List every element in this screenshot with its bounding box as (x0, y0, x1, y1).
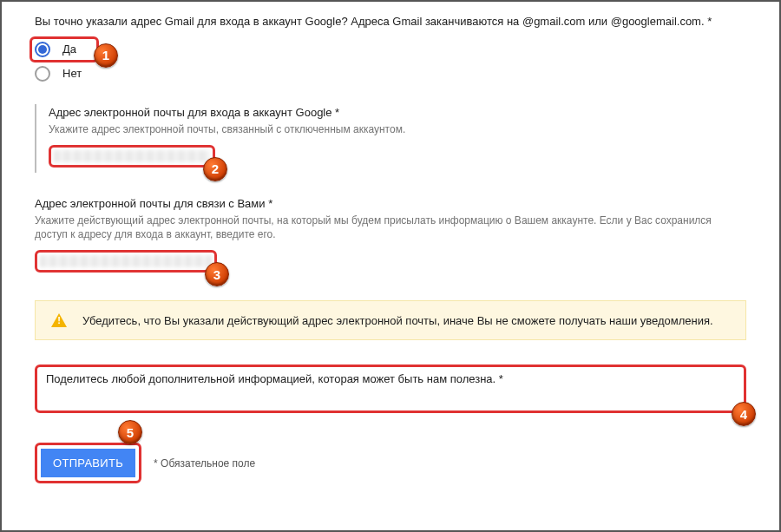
radio-option-no[interactable]: Нет (35, 66, 746, 82)
required-field-note: * Обязательное поле (154, 457, 255, 470)
contact-email-section: Адрес электронной почты для связи с Вами… (35, 195, 746, 278)
additional-info-label: Поделитесь любой дополнительной информац… (46, 372, 503, 385)
radio-label-no: Нет (62, 67, 82, 80)
form-page: Вы точно указали адрес Gmail для входа в… (0, 0, 781, 532)
contact-email-input[interactable] (35, 250, 217, 273)
radio-circle-no[interactable] (35, 66, 50, 82)
login-email-field-wrap: 2 (49, 145, 746, 167)
warning-icon (51, 313, 67, 327)
warning-text: Убедитесь, что Вы указали действующий ад… (82, 314, 713, 327)
submit-button[interactable]: ОТПРАВИТЬ (41, 449, 135, 477)
warning-banner: Убедитесь, что Вы указали действующий ад… (35, 300, 746, 340)
form-footer: ОТПРАВИТЬ * Обязательное поле 5 (35, 443, 746, 483)
contact-email-help: Укажите действующий адрес электронной по… (35, 213, 746, 241)
blurred-value (40, 255, 212, 267)
callout-marker-2: 2 (203, 157, 227, 181)
callout-marker-1: 1 (94, 43, 118, 68)
callout-marker-4: 4 (732, 402, 756, 426)
gmail-question-text: Вы точно указали адрес Gmail для входа в… (35, 14, 746, 30)
highlight-1 (30, 36, 99, 62)
blurred-value (54, 150, 210, 162)
additional-info-input[interactable]: Поделитесь любой дополнительной информац… (35, 365, 746, 413)
callout-marker-3: 3 (205, 262, 229, 286)
login-email-section: Адрес электронной почты для входа в акка… (35, 104, 746, 173)
highlight-5: ОТПРАВИТЬ (35, 443, 141, 483)
login-email-input[interactable] (49, 145, 215, 167)
gmail-confirm-radio-group: Да 1 Нет (35, 42, 746, 82)
login-email-title: Адрес электронной почты для входа в акка… (49, 106, 746, 119)
contact-email-title: Адрес электронной почты для связи с Вами… (35, 197, 746, 210)
radio-option-yes[interactable]: Да 1 (35, 42, 746, 57)
contact-email-field-wrap: 3 (35, 250, 746, 273)
login-email-help: Укажите адрес электронной почты, связанн… (49, 122, 746, 136)
callout-marker-5: 5 (118, 420, 142, 444)
